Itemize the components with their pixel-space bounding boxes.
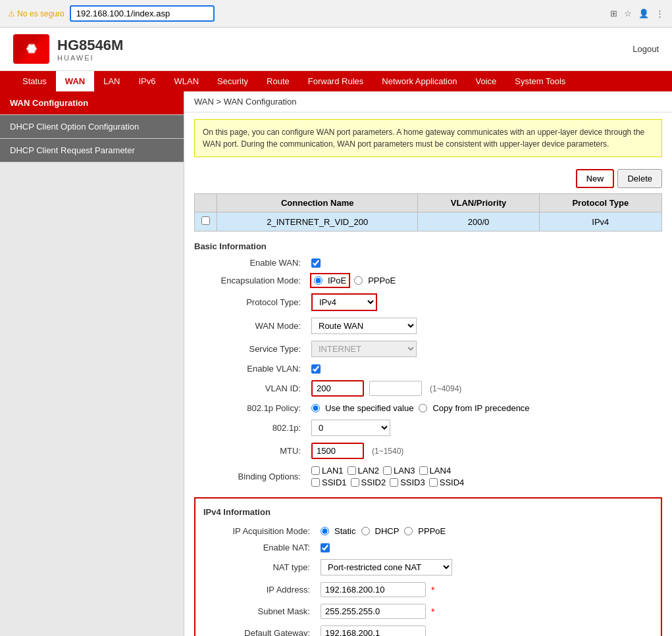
ssid4-checkbox[interactable] <box>429 478 438 487</box>
vlan-id-input[interactable] <box>311 380 364 397</box>
header: HG8546M HUAWEI Logout <box>0 28 672 71</box>
encap-pppoe-radio[interactable] <box>354 276 363 285</box>
ipv4-title: IPv4 Information <box>203 504 653 520</box>
sidebar: WAN Configuration DHCP Client Option Con… <box>0 91 184 636</box>
binding-lan3[interactable]: LAN3 <box>383 466 415 476</box>
nav-wan[interactable]: WAN <box>56 71 94 91</box>
mtu-hint: (1~1540) <box>372 447 403 456</box>
ip-mode-dhcp-radio[interactable] <box>361 527 370 535</box>
binding-lan4[interactable]: LAN4 <box>419 466 452 476</box>
encap-mode-row: Encapsulation Mode: IPoE PPPoE <box>194 271 662 290</box>
policy-label: 802.1p Policy: <box>194 403 306 413</box>
ip-addr-label: IP Address: <box>203 585 315 595</box>
binding-ssid3[interactable]: SSID3 <box>390 477 425 487</box>
ip-mode-row: IP Acquisition Mode: Static DHCP PPPoE <box>203 523 653 539</box>
nat-type-select[interactable]: Port-restricted cone NAT <box>321 559 452 575</box>
logout-button[interactable]: Logout <box>633 44 659 54</box>
policy-specified-label: Use the specified value <box>325 403 413 413</box>
logo-text: HG8546M HUAWEI <box>57 37 123 62</box>
enable-nat-checkbox[interactable] <box>321 543 330 552</box>
service-type-row: Service Type: INTERNET <box>194 337 662 360</box>
sidebar-wan-config[interactable]: WAN Configuration <box>0 91 184 115</box>
info-box: On this page, you can configure WAN port… <box>194 119 662 157</box>
sidebar-dhcp-param[interactable]: DHCP Client Request Parameter <box>0 139 184 162</box>
ssid2-checkbox[interactable] <box>351 478 359 487</box>
gateway-row: Default Gateway: <box>203 622 653 636</box>
breadcrumb: WAN > WAN Configuration <box>184 91 672 112</box>
star-icon: ☆ <box>624 9 632 18</box>
ip-addr-input[interactable] <box>321 582 426 597</box>
binding-lan2[interactable]: LAN2 <box>348 466 380 476</box>
nav-forward[interactable]: Forward Rules <box>299 71 373 91</box>
browser-icons: ⊞ ☆ 👤 ⋮ <box>610 9 664 18</box>
nav-security[interactable]: Security <box>208 71 257 91</box>
vlan-id-input2[interactable] <box>369 381 422 396</box>
service-type-select[interactable]: INTERNET <box>311 341 417 357</box>
url-bar[interactable]: 192.168.100.1/index.asp <box>70 5 215 22</box>
enable-vlan-checkbox[interactable] <box>311 364 321 374</box>
nav-lan[interactable]: LAN <box>94 71 129 91</box>
row-connection-name: 2_INTERNET_R_VID_200 <box>217 212 418 232</box>
wan-mode-select[interactable]: Route WAN <box>311 318 417 334</box>
subnet-input[interactable] <box>321 604 426 619</box>
binding-lan1[interactable]: LAN1 <box>311 466 344 476</box>
policy-copy-group: Copy from IP precedence <box>419 403 529 413</box>
dot1p-select[interactable]: 0 <box>311 420 390 436</box>
nav-bar: Status WAN LAN IPv6 WLAN Security Route … <box>0 71 672 91</box>
enable-wan-label: Enable WAN: <box>194 258 306 268</box>
nav-ipv6[interactable]: IPv6 <box>130 71 165 91</box>
nav-systools[interactable]: System Tools <box>505 71 575 91</box>
encap-pppoe-group: PPPoE <box>354 276 396 285</box>
nav-netapp[interactable]: Network Application <box>373 71 466 91</box>
mtu-input[interactable] <box>311 443 364 459</box>
policy-copy-radio[interactable] <box>419 404 427 412</box>
nav-wlan[interactable]: WLAN <box>165 71 209 91</box>
row-checkbox[interactable] <box>201 216 210 225</box>
lan3-checkbox[interactable] <box>383 466 392 475</box>
delete-button[interactable]: Delete <box>617 169 662 188</box>
ip-mode-pppoe-radio[interactable] <box>404 527 413 535</box>
nav-route[interactable]: Route <box>257 71 299 91</box>
nav-status[interactable]: Status <box>13 71 56 91</box>
binding-ssid2[interactable]: SSID2 <box>351 477 386 487</box>
ip-mode-pppoe-group: PPPoE <box>404 526 446 536</box>
vlan-hint: (1~4094) <box>430 384 461 393</box>
wan-mode-label: WAN Mode: <box>194 321 306 331</box>
ip-required: * <box>431 585 434 595</box>
wan-mode-row: WAN Mode: Route WAN <box>194 314 662 337</box>
sidebar-dhcp-option[interactable]: DHCP Client Option Configuration <box>0 115 184 139</box>
huawei-logo <box>13 34 49 64</box>
enable-wan-checkbox[interactable] <box>311 258 321 268</box>
dot1p-label: 802.1p: <box>194 423 306 433</box>
policy-specified-radio[interactable] <box>311 404 320 412</box>
lan2-checkbox[interactable] <box>348 466 356 475</box>
subnet-required: * <box>431 606 434 617</box>
lan4-checkbox[interactable] <box>419 466 428 475</box>
main-content: WAN > WAN Configuration On this page, yo… <box>184 91 672 636</box>
wan-table: Connection Name VLAN/Priority Protocol T… <box>194 193 662 232</box>
ssid3-checkbox[interactable] <box>390 478 398 487</box>
protocol-type-select[interactable]: IPv4 <box>311 293 377 311</box>
gateway-label: Default Gateway: <box>203 628 315 636</box>
row-vlan: 200/0 <box>418 212 539 232</box>
protocol-type-label: Protocol Type: <box>194 297 306 307</box>
new-button[interactable]: New <box>576 169 615 188</box>
nav-voice[interactable]: Voice <box>466 71 505 91</box>
binding-ssid-row: SSID1 SSID2 SSID3 SSID4 <box>311 477 464 487</box>
browser-bar: ⚠ No es seguro 192.168.100.1/index.asp ⊞… <box>0 0 672 28</box>
lan1-checkbox[interactable] <box>311 466 320 475</box>
binding-ssid4[interactable]: SSID4 <box>429 477 465 487</box>
encap-ipoe-radio[interactable] <box>314 276 323 285</box>
col-name: Connection Name <box>217 194 418 212</box>
ip-mode-static-group: Static <box>321 526 356 536</box>
ssid1-checkbox[interactable] <box>311 478 320 487</box>
ip-mode-static-radio[interactable] <box>321 527 329 535</box>
encap-mode-label: Encapsulation Mode: <box>194 276 306 285</box>
menu-icon: ⋮ <box>656 9 664 18</box>
gateway-input[interactable] <box>321 625 426 636</box>
col-checkbox <box>195 194 217 212</box>
col-vlan: VLAN/Priority <box>418 194 539 212</box>
brand-name: HUAWEI <box>57 54 123 62</box>
binding-ssid1[interactable]: SSID1 <box>311 477 347 487</box>
ip-addr-row: IP Address: * <box>203 579 653 600</box>
